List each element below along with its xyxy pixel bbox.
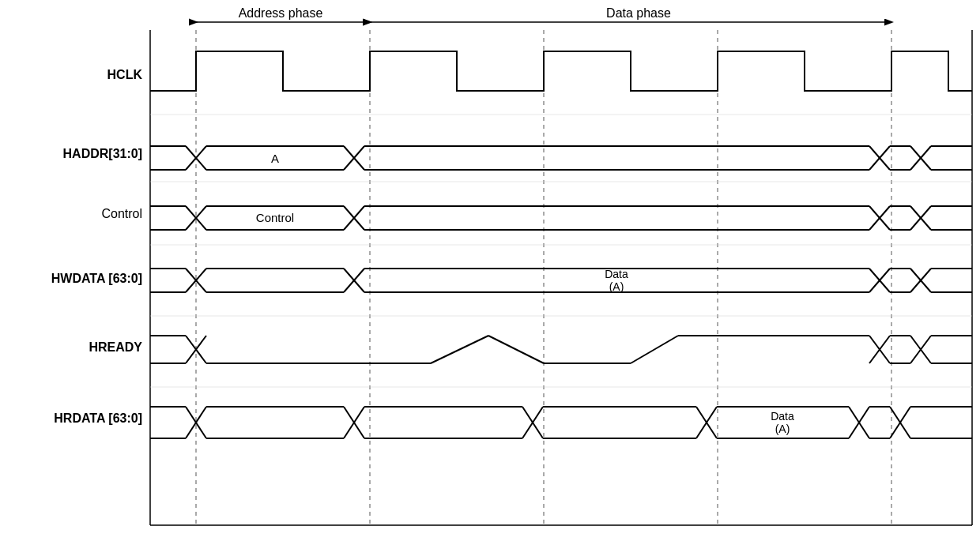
hrdata-data-a-label2: (A) <box>775 423 790 435</box>
address-phase-label: Address phase <box>239 6 323 20</box>
hwdata-data-a-label: Data <box>605 268 628 280</box>
haddr-a-label: A <box>271 152 279 165</box>
hrdata-data-a-label: Data <box>771 410 794 423</box>
hclk-waveform <box>150 51 972 91</box>
haddr-label: HADDR[31:0] <box>63 147 142 160</box>
control-ctrl-label: Control <box>256 211 294 224</box>
timing-diagram: Address phase Data phase HCLK HADDR[31:0… <box>0 0 980 541</box>
svg-line-66 <box>431 336 488 363</box>
hclk-label: HCLK <box>107 68 143 81</box>
hwdata-data-a-label2: (A) <box>609 280 624 293</box>
svg-line-67 <box>488 336 544 363</box>
hwdata-label: HWDATA [63:0] <box>51 272 142 285</box>
hrdata-label: HRDATA [63:0] <box>54 411 142 425</box>
hready-label: HREADY <box>89 340 142 354</box>
control-label: Control <box>101 207 142 220</box>
data-phase-label: Data phase <box>606 6 671 20</box>
svg-line-69 <box>631 336 678 363</box>
